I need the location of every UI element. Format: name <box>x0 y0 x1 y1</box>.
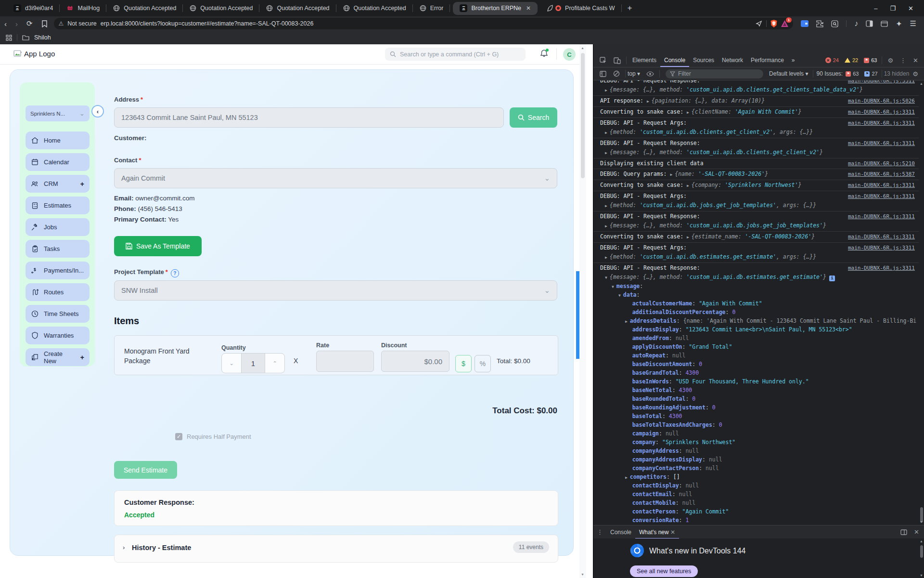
send-estimate-button[interactable]: Send Estimate <box>114 461 177 479</box>
source-link[interactable]: main-DUBNX-6R.js:3311 <box>848 233 915 240</box>
browser-tab-7[interactable]: ΞBrotherton ERPNe✕ <box>453 2 538 15</box>
source-link[interactable]: main-DUBNX-6R.js:3311 <box>848 119 915 127</box>
sidebar-item-home[interactable]: Home <box>26 131 90 149</box>
devtools-tab-sources[interactable]: Sources <box>689 53 718 67</box>
drawer-tab-console[interactable]: Console <box>606 525 635 539</box>
expand-plus-icon[interactable]: + <box>80 354 84 361</box>
address-bar[interactable]: ⚠ Not secure erp.local:8000/clients?look… <box>54 18 794 29</box>
expand-arrow-icon[interactable]: ▶ <box>687 235 689 239</box>
expand-arrow-icon[interactable]: ▼ <box>612 285 614 289</box>
browser-tab-5[interactable]: Quotation Accepted <box>336 0 413 16</box>
console-entry[interactable]: main-DUBNX-6R.js:5026API response: ▶{pag… <box>593 96 919 107</box>
devtools-tab-console[interactable]: Console <box>660 53 689 67</box>
browser-tab-1[interactable]: MailHog <box>60 0 106 16</box>
console-entry[interactable]: main-DUBNX-6R.js:5387DEBUG: Query params… <box>593 169 919 180</box>
brave-shield-icon[interactable] <box>770 20 777 27</box>
window-restore-icon[interactable]: ❐ <box>890 5 896 12</box>
eye-icon[interactable] <box>643 71 657 77</box>
console-entry[interactable]: main-DUBNX-6R.js:3311Converting to snake… <box>593 180 919 191</box>
notifications-bell-icon[interactable] <box>540 49 548 58</box>
device-toolbar-icon[interactable] <box>610 57 624 64</box>
source-link[interactable]: main-DUBNX-6R.js:5387 <box>848 171 915 178</box>
scroll-up-icon[interactable]: ▲ <box>581 46 584 50</box>
hidden-messages-label[interactable]: 13 hidden <box>884 70 910 77</box>
music-icon[interactable]: ♪ <box>854 19 858 28</box>
issues-link[interactable]: 90 Issues: <box>816 70 843 77</box>
forward-icon[interactable]: › <box>11 20 22 28</box>
sidebar-item-time-sheets[interactable]: Time Sheets <box>26 305 90 323</box>
browser-tab-2[interactable]: Quotation Accepted <box>106 0 183 16</box>
expand-plus-icon[interactable]: + <box>80 180 84 188</box>
help-icon[interactable]: ? <box>171 269 179 277</box>
contact-select[interactable]: Again Commit⌄ <box>114 168 557 188</box>
rate-input[interactable] <box>316 351 374 372</box>
console-entry[interactable]: main-DUBNX-6R.js:3311DEBUG: API - Reques… <box>593 191 919 211</box>
discount-dollar-toggle[interactable]: $ <box>455 355 472 372</box>
page-scrollbar[interactable]: ▲ ▼ <box>579 44 586 578</box>
clear-console-icon[interactable] <box>610 70 623 77</box>
address-input[interactable]: 123643 Commit Lane Saint Paul, MN 55123 <box>114 107 504 128</box>
sidebar-item-calendar[interactable]: Calendar <box>26 153 90 171</box>
expand-arrow-icon[interactable]: ▶ <box>625 475 628 480</box>
window-close-icon[interactable]: ✕ <box>908 5 913 12</box>
project-template-select[interactable]: SNW Install⌄ <box>114 280 557 301</box>
browser-tab-3[interactable]: Quotation Accepted <box>183 0 259 16</box>
console-entry[interactable]: main-DUBNX-6R.js:5210Displaying existing… <box>593 158 919 169</box>
console-entry[interactable]: main-DUBNX-6R.js:3311DEBUG: API - Reques… <box>593 138 919 158</box>
sidebar-item-crm[interactable]: CRM+ <box>26 175 90 193</box>
sidebar-item-create-new[interactable]: Create New+ <box>26 348 90 366</box>
leo-sparkle-icon[interactable]: ✦ <box>896 19 902 28</box>
expand-arrow-icon[interactable]: ▶ <box>605 151 607 155</box>
quantity-value[interactable]: 1 <box>241 354 265 373</box>
warning-counter[interactable]: 22 <box>845 57 858 63</box>
console-entry[interactable]: main-DUBNX-6R.js:3311Converting to snake… <box>593 107 919 118</box>
quantity-decrease-icon[interactable]: ⌄ <box>222 354 241 373</box>
console-entry[interactable]: main-DUBNX-6R.js:3311Converting to snake… <box>593 232 919 243</box>
console-entry[interactable]: main-DUBNX-6R.js:3311DEBUG: API - Reques… <box>593 211 919 232</box>
sidebar-item-tasks[interactable]: Tasks <box>26 240 90 258</box>
devtools-tab-network[interactable]: Network <box>718 53 747 67</box>
info-icon[interactable]: i <box>829 276 835 281</box>
drawer-tab-close-icon[interactable]: ✕ <box>670 529 675 536</box>
expand-arrow-icon[interactable]: ▶ <box>605 131 607 135</box>
console-filter-input[interactable]: Filter <box>666 69 763 79</box>
menu-hamburger-icon[interactable]: ☰ <box>910 19 916 28</box>
sidebar-item-jobs[interactable]: Jobs <box>26 218 90 236</box>
search-panel-icon[interactable] <box>831 20 838 27</box>
source-link[interactable]: main-DUBNX-6R.js:3311 <box>848 108 915 116</box>
app-search-input[interactable]: Search or type a command (Ctrl + G) <box>385 48 526 61</box>
source-link[interactable]: main-DUBNX-6R.js:3311 <box>848 193 915 200</box>
save-as-template-button[interactable]: Save As Template <box>114 236 202 256</box>
console-log[interactable]: main-DUBNX-6R.js:3311DEBUG: API - Reques… <box>593 80 919 525</box>
source-link[interactable]: main-DUBNX-6R.js:5026 <box>848 97 915 105</box>
console-entry[interactable]: main-DUBNX-6R.js:3311DEBUG: API - Reques… <box>593 80 919 96</box>
browser-tab-4[interactable]: Quotation Accepted <box>259 0 336 16</box>
sidebar-item-estimates[interactable]: Estimates <box>26 197 90 214</box>
url-text[interactable]: erp.local:8000/clients?lookup=customer#/… <box>101 20 752 27</box>
sidebar-item-warranties[interactable]: Warranties <box>26 327 90 344</box>
drawer-expand-icon[interactable] <box>897 529 911 535</box>
discount-input[interactable]: $0.00 <box>381 351 449 372</box>
issues-counter[interactable]: ⚑63 <box>864 57 877 63</box>
source-link[interactable]: main-DUBNX-6R.js:5210 <box>848 160 915 167</box>
quantity-stepper[interactable]: ⌄ 1 ⌃ <box>221 353 285 373</box>
history-section[interactable]: › History - Estimate 11 events <box>114 535 558 563</box>
chevron-right-icon[interactable]: › <box>123 544 125 551</box>
inspect-element-icon[interactable] <box>596 57 610 64</box>
source-link[interactable]: main-DUBNX-6R.js:3311 <box>848 213 915 220</box>
drawer-tab-whats-new[interactable]: What's new ✕ <box>635 525 679 539</box>
avatar[interactable]: C <box>563 48 576 61</box>
half-payment-checkbox[interactable]: ✓ <box>175 433 182 440</box>
expand-arrow-icon[interactable]: ▶ <box>647 99 649 104</box>
wallet-icon[interactable] <box>801 20 808 27</box>
sidebar-toggle-icon[interactable] <box>866 20 873 27</box>
console-entry[interactable]: main-DUBNX-6R.js:3311DEBUG: API - Reques… <box>593 118 919 138</box>
object-property[interactable]: ▼message: <box>593 282 919 291</box>
expand-arrow-icon[interactable]: ▶ <box>605 224 607 228</box>
error-counter[interactable]: ✕24 <box>825 57 839 63</box>
expand-arrow-icon[interactable]: ▶ <box>605 204 607 208</box>
back-icon[interactable]: ‹ <box>0 20 11 28</box>
log-levels-select[interactable]: Default levels ▾ <box>769 70 808 77</box>
browser-tab-0[interactable]: Ξd3i9ei0ar4 <box>7 0 60 16</box>
devtools-more-tabs-icon[interactable]: » <box>788 53 799 67</box>
